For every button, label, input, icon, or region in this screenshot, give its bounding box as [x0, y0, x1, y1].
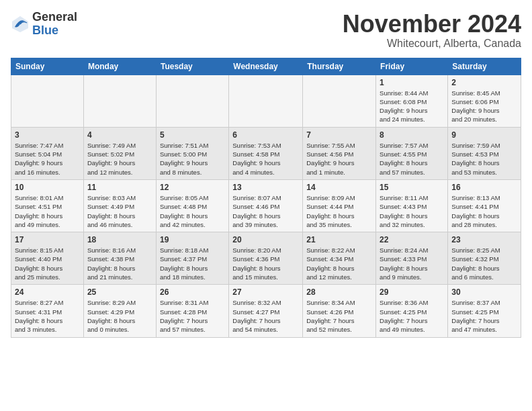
day-info: Sunrise: 8:27 AM Sunset: 4:31 PM Dayligh… [15, 298, 80, 334]
location-title: Whitecourt, Alberta, Canada [343, 38, 521, 50]
day-number: 5 [160, 130, 225, 140]
logo-text: General Blue [32, 11, 77, 38]
cell-week4-day0: 24Sunrise: 8:27 AM Sunset: 4:31 PM Dayli… [11, 285, 84, 337]
cell-week0-day5: 1Sunrise: 8:44 AM Sunset: 6:08 PM Daylig… [376, 75, 448, 127]
day-info: Sunrise: 8:22 AM Sunset: 4:34 PM Dayligh… [306, 246, 372, 281]
header-monday: Monday [83, 58, 156, 75]
cell-week1-day3: 6Sunrise: 7:53 AM Sunset: 4:58 PM Daylig… [229, 127, 303, 179]
cell-week0-day2 [156, 75, 228, 127]
week-row-0: 1Sunrise: 8:44 AM Sunset: 6:08 PM Daylig… [11, 75, 521, 127]
cell-week1-day4: 7Sunrise: 7:55 AM Sunset: 4:56 PM Daylig… [303, 127, 376, 179]
day-number: 21 [306, 235, 372, 244]
logo-blue-text: Blue [32, 24, 77, 38]
day-number: 13 [232, 183, 299, 192]
week-row-4: 24Sunrise: 8:27 AM Sunset: 4:31 PM Dayli… [11, 285, 521, 337]
day-info: Sunrise: 8:09 AM Sunset: 4:44 PM Dayligh… [306, 193, 372, 229]
header-tuesday: Tuesday [156, 58, 228, 75]
cell-week1-day6: 9Sunrise: 7:59 AM Sunset: 4:53 PM Daylig… [448, 127, 521, 179]
title-block: November 2024 Whitecourt, Alberta, Canad… [343, 11, 521, 50]
day-info: Sunrise: 7:49 AM Sunset: 5:02 PM Dayligh… [87, 141, 152, 177]
day-number: 18 [87, 235, 152, 244]
cell-week2-day6: 16Sunrise: 8:13 AM Sunset: 4:41 PM Dayli… [448, 179, 521, 232]
logo: General Blue [11, 11, 77, 38]
week-row-3: 17Sunrise: 8:15 AM Sunset: 4:40 PM Dayli… [11, 232, 521, 285]
cell-week0-day1 [83, 75, 156, 127]
day-number: 3 [15, 130, 80, 140]
day-number: 28 [306, 287, 372, 297]
header-friday: Friday [376, 58, 448, 75]
day-info: Sunrise: 8:29 AM Sunset: 4:29 PM Dayligh… [87, 298, 152, 334]
day-info: Sunrise: 7:55 AM Sunset: 4:56 PM Dayligh… [306, 141, 372, 177]
day-info: Sunrise: 7:51 AM Sunset: 5:00 PM Dayligh… [160, 141, 225, 177]
header-wednesday: Wednesday [229, 58, 303, 75]
cell-week4-day4: 28Sunrise: 8:34 AM Sunset: 4:26 PM Dayli… [303, 285, 376, 337]
cell-week0-day4 [303, 75, 376, 127]
day-number: 15 [380, 183, 444, 192]
day-info: Sunrise: 8:07 AM Sunset: 4:46 PM Dayligh… [232, 193, 299, 229]
day-number: 19 [160, 235, 225, 244]
header-row: Sunday Monday Tuesday Wednesday Thursday… [11, 58, 521, 75]
cell-week2-day1: 11Sunrise: 8:03 AM Sunset: 4:49 PM Dayli… [83, 179, 156, 232]
page-container: General Blue November 2024 Whitecourt, A… [0, 0, 532, 343]
day-info: Sunrise: 8:31 AM Sunset: 4:28 PM Dayligh… [160, 298, 225, 334]
day-number: 1 [380, 78, 444, 87]
cell-week1-day2: 5Sunrise: 7:51 AM Sunset: 5:00 PM Daylig… [156, 127, 228, 179]
cell-week4-day5: 29Sunrise: 8:36 AM Sunset: 4:25 PM Dayli… [376, 285, 448, 337]
day-number: 10 [15, 183, 80, 192]
day-info: Sunrise: 8:36 AM Sunset: 4:25 PM Dayligh… [380, 298, 444, 334]
day-info: Sunrise: 8:16 AM Sunset: 4:38 PM Dayligh… [87, 246, 152, 281]
day-info: Sunrise: 8:18 AM Sunset: 4:37 PM Dayligh… [160, 246, 225, 281]
day-number: 20 [232, 235, 299, 244]
week-row-2: 10Sunrise: 8:01 AM Sunset: 4:51 PM Dayli… [11, 179, 521, 232]
day-number: 4 [87, 130, 152, 140]
day-info: Sunrise: 8:11 AM Sunset: 4:43 PM Dayligh… [380, 193, 444, 229]
header-saturday: Saturday [448, 58, 521, 75]
day-info: Sunrise: 8:25 AM Sunset: 4:32 PM Dayligh… [451, 246, 517, 281]
cell-week2-day0: 10Sunrise: 8:01 AM Sunset: 4:51 PM Dayli… [11, 179, 84, 232]
day-number: 9 [451, 130, 517, 140]
header: General Blue November 2024 Whitecourt, A… [11, 11, 521, 50]
cell-week0-day0 [11, 75, 84, 127]
day-number: 12 [160, 183, 225, 192]
day-info: Sunrise: 8:37 AM Sunset: 4:25 PM Dayligh… [451, 298, 517, 334]
day-info: Sunrise: 7:53 AM Sunset: 4:58 PM Dayligh… [232, 141, 299, 177]
logo-icon [11, 15, 30, 34]
cell-week2-day5: 15Sunrise: 8:11 AM Sunset: 4:43 PM Dayli… [376, 179, 448, 232]
day-info: Sunrise: 7:57 AM Sunset: 4:55 PM Dayligh… [380, 141, 444, 177]
day-number: 22 [380, 235, 444, 244]
cell-week2-day4: 14Sunrise: 8:09 AM Sunset: 4:44 PM Dayli… [303, 179, 376, 232]
cell-week3-day0: 17Sunrise: 8:15 AM Sunset: 4:40 PM Dayli… [11, 232, 84, 285]
day-info: Sunrise: 8:45 AM Sunset: 6:06 PM Dayligh… [451, 89, 517, 124]
day-number: 2 [451, 78, 517, 87]
day-info: Sunrise: 7:59 AM Sunset: 4:53 PM Dayligh… [451, 141, 517, 177]
cell-week3-day3: 20Sunrise: 8:20 AM Sunset: 4:36 PM Dayli… [229, 232, 303, 285]
cell-week4-day3: 27Sunrise: 8:32 AM Sunset: 4:27 PM Dayli… [229, 285, 303, 337]
day-number: 11 [87, 183, 152, 192]
cell-week1-day1: 4Sunrise: 7:49 AM Sunset: 5:02 PM Daylig… [83, 127, 156, 179]
cell-week4-day1: 25Sunrise: 8:29 AM Sunset: 4:29 PM Dayli… [83, 285, 156, 337]
cell-week4-day2: 26Sunrise: 8:31 AM Sunset: 4:28 PM Dayli… [156, 285, 228, 337]
day-number: 24 [15, 287, 80, 297]
day-number: 7 [306, 130, 372, 140]
day-info: Sunrise: 8:20 AM Sunset: 4:36 PM Dayligh… [232, 246, 299, 281]
week-row-1: 3Sunrise: 7:47 AM Sunset: 5:04 PM Daylig… [11, 127, 521, 179]
cell-week0-day6: 2Sunrise: 8:45 AM Sunset: 6:06 PM Daylig… [448, 75, 521, 127]
day-number: 6 [232, 130, 299, 140]
cell-week3-day4: 21Sunrise: 8:22 AM Sunset: 4:34 PM Dayli… [303, 232, 376, 285]
calendar-body: 1Sunrise: 8:44 AM Sunset: 6:08 PM Daylig… [11, 75, 521, 337]
cell-week1-day0: 3Sunrise: 7:47 AM Sunset: 5:04 PM Daylig… [11, 127, 84, 179]
day-number: 14 [306, 183, 372, 192]
calendar-header: Sunday Monday Tuesday Wednesday Thursday… [11, 58, 521, 75]
calendar-table: Sunday Monday Tuesday Wednesday Thursday… [11, 58, 521, 338]
cell-week2-day3: 13Sunrise: 8:07 AM Sunset: 4:46 PM Dayli… [229, 179, 303, 232]
cell-week4-day6: 30Sunrise: 8:37 AM Sunset: 4:25 PM Dayli… [448, 285, 521, 337]
day-number: 23 [451, 235, 517, 244]
day-info: Sunrise: 8:01 AM Sunset: 4:51 PM Dayligh… [15, 193, 80, 229]
cell-week3-day2: 19Sunrise: 8:18 AM Sunset: 4:37 PM Dayli… [156, 232, 228, 285]
day-info: Sunrise: 8:13 AM Sunset: 4:41 PM Dayligh… [451, 193, 517, 229]
day-number: 8 [380, 130, 444, 140]
day-number: 25 [87, 287, 152, 297]
cell-week3-day1: 18Sunrise: 8:16 AM Sunset: 4:38 PM Dayli… [83, 232, 156, 285]
day-info: Sunrise: 8:32 AM Sunset: 4:27 PM Dayligh… [232, 298, 299, 334]
day-number: 29 [380, 287, 444, 297]
